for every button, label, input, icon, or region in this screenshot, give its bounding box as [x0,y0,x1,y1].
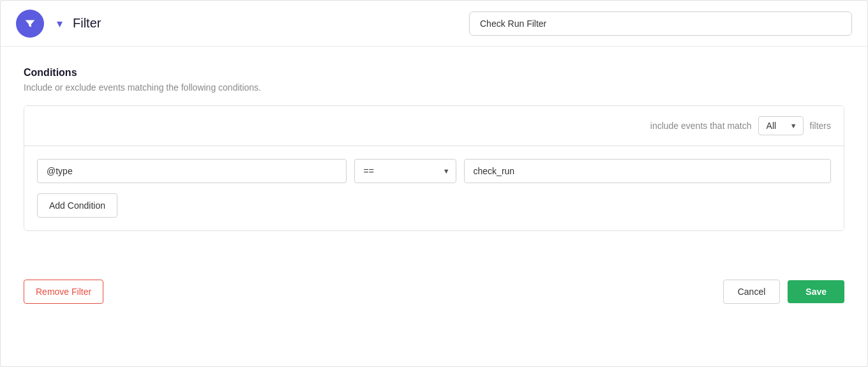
operator-select[interactable]: == != > < >= <= contains [354,159,456,183]
operator-wrapper: == != > < >= <= contains ▼ [354,159,456,183]
collapse-chevron-icon[interactable]: ▾ [57,17,63,31]
conditions-body: == != > < >= <= contains ▼ Add Condition [24,146,844,230]
condition-value-input[interactable] [464,159,831,183]
header-title: Filter [73,16,101,31]
filter-name-input[interactable] [469,11,852,36]
cancel-button[interactable]: Cancel [723,280,781,304]
filter-svg [23,17,37,31]
condition-field-input[interactable] [37,159,347,183]
save-button[interactable]: Save [788,280,844,303]
filter-name-wrapper [469,11,852,36]
conditions-box: include events that match All Any ▼ filt… [24,105,844,231]
main-content: Conditions Include or exclude events mat… [1,47,867,251]
filters-label: filters [810,121,831,131]
match-select-wrapper: All Any ▼ [758,116,804,135]
conditions-description: Include or exclude events matching the f… [24,82,844,93]
match-select[interactable]: All Any [758,116,804,135]
filter-icon [16,10,44,38]
table-row: == != > < >= <= contains ▼ [37,159,831,183]
footer-right: Cancel Save [723,280,844,304]
conditions-title: Conditions [24,67,844,79]
remove-filter-button[interactable]: Remove Filter [24,280,103,304]
footer: Remove Filter Cancel Save [1,264,867,319]
header: ▾ Filter [1,1,867,47]
conditions-header: include events that match All Any ▼ filt… [24,106,844,146]
page-container: ▾ Filter Conditions Include or exclude e… [0,0,868,367]
add-condition-button[interactable]: Add Condition [37,193,117,218]
match-label: include events that match [650,121,752,131]
